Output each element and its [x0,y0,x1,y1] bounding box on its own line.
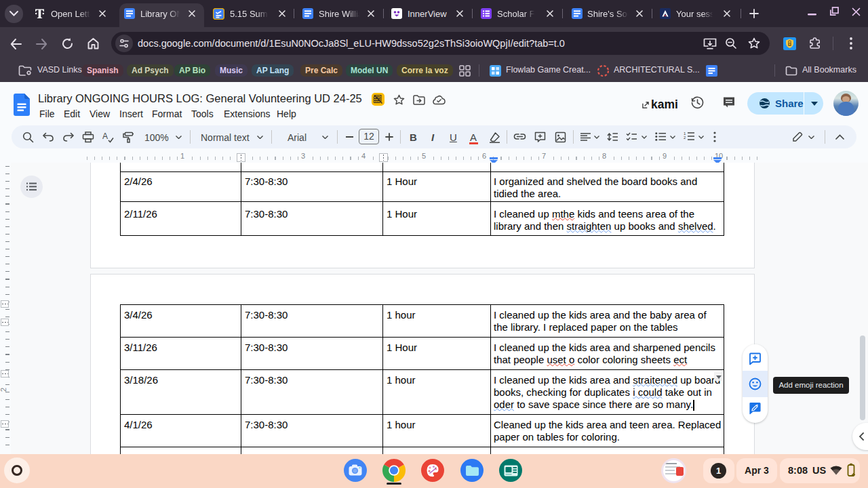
svg-text:2: 2 [684,136,686,140]
svg-text:A: A [102,131,108,141]
